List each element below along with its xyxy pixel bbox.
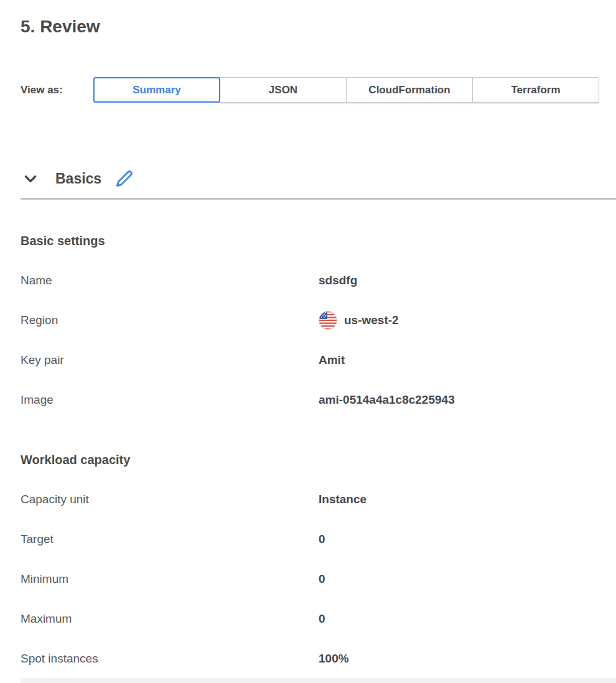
field-value: 0 <box>319 532 325 546</box>
basics-section-header: Basics <box>21 167 616 190</box>
field-value: sdsdfg <box>319 274 357 287</box>
row-capacity-unit: Capacity unit Instance <box>21 491 616 508</box>
group-heading-workload-capacity: Workload capacity <box>21 452 616 468</box>
row-image: Image ami-0514a4a1c8c225943 <box>21 392 616 408</box>
row-name: Name sdsdfg <box>21 272 616 289</box>
view-as-row: View as: Summary JSON CloudFormation Ter… <box>21 77 616 103</box>
field-label: Target <box>21 532 319 546</box>
field-label: Spot instances <box>21 652 319 666</box>
view-as-tab-group: Summary JSON CloudFormation Terraform <box>93 77 599 103</box>
field-value: Instance <box>319 493 366 506</box>
field-label: Name <box>21 274 319 287</box>
field-value: us-west-2 <box>319 311 399 330</box>
row-maximum: Maximum 0 <box>21 611 616 627</box>
basics-edit-button[interactable] <box>115 169 134 188</box>
field-value: 0 <box>319 612 325 626</box>
row-region: Region <box>21 312 616 328</box>
tab-json[interactable]: JSON <box>220 77 347 103</box>
field-label: Capacity unit <box>21 493 319 506</box>
field-value: 0 <box>319 572 325 586</box>
review-page: 5. Review View as: Summary JSON CloudFor… <box>0 0 616 683</box>
tab-summary[interactable]: Summary <box>93 77 220 103</box>
region-value-text: us-west-2 <box>344 314 399 327</box>
field-value: 100% <box>319 652 349 666</box>
edit-pencil-icon <box>116 170 133 187</box>
tab-terraform[interactable]: Terraform <box>472 77 599 103</box>
us-flag-icon <box>319 311 337 330</box>
field-label: Key pair <box>21 353 319 367</box>
field-label: Region <box>21 314 319 327</box>
basics-section-divider <box>21 198 616 200</box>
basics-collapse-button[interactable] <box>22 170 39 187</box>
field-label: Maximum <box>21 612 319 626</box>
row-spot-instances: Spot instances 100% <box>21 651 616 667</box>
field-label: Minimum <box>21 572 319 586</box>
field-value: Amit <box>319 353 345 367</box>
row-target: Target 0 <box>21 531 616 547</box>
field-label: Image <box>21 393 319 407</box>
view-as-label: View as: <box>21 84 93 96</box>
row-minimum: Minimum 0 <box>21 571 616 587</box>
tab-cloudformation[interactable]: CloudFormation <box>346 77 473 103</box>
group-heading-basic-settings: Basic settings <box>21 233 616 249</box>
field-value: ami-0514a4a1c8c225943 <box>319 393 455 407</box>
basics-section-title: Basics <box>55 170 101 187</box>
page-title: 5. Review <box>21 0 616 37</box>
row-key-pair: Key pair Amit <box>21 352 616 368</box>
chevron-down-icon <box>22 170 39 187</box>
next-section-divider <box>21 678 616 683</box>
